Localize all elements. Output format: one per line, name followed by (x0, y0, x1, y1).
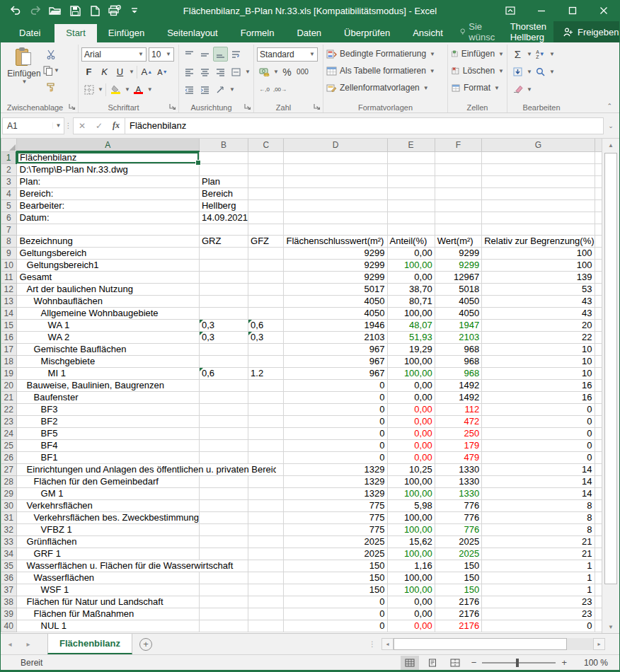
shrink-font-button[interactable]: A▼ (155, 64, 170, 79)
cell-E10[interactable]: 100,00 (387, 260, 435, 272)
cell-E19[interactable]: 100,00 (387, 368, 435, 380)
open-button[interactable] (46, 1, 64, 20)
normal-view-button[interactable] (401, 656, 419, 670)
tell-me-box[interactable]: Sie wünsc (454, 21, 503, 42)
fill-color-caret[interactable]: ▼ (125, 86, 130, 93)
cell-A12[interactable]: Art der baulichen Nutzung (16, 284, 199, 296)
row-header-3[interactable]: 3 (1, 176, 17, 188)
cell-E33[interactable]: 15,62 (387, 536, 435, 548)
row-header-9[interactable]: 9 (1, 248, 17, 260)
cell-C21[interactable] (248, 392, 284, 404)
copy-button[interactable]: ▼ (43, 63, 59, 78)
cell-G21[interactable]: 16 (482, 392, 595, 404)
cell-C32[interactable] (248, 524, 284, 536)
cell-G4[interactable] (482, 188, 595, 200)
cell-F37[interactable]: 150 (435, 584, 482, 596)
cell-B38[interactable] (199, 596, 248, 608)
row-header-17[interactable]: 17 (1, 344, 17, 356)
row-header-33[interactable]: 33 (1, 536, 17, 548)
cell-C16[interactable]: 0,3 (248, 332, 284, 344)
cell-D39[interactable]: 0 (284, 608, 387, 620)
minimize-button[interactable] (526, 0, 557, 21)
cell-D35[interactable]: 150 (284, 560, 387, 572)
font-name-select[interactable]: Arial▼ (81, 47, 147, 62)
cell-B25[interactable] (199, 440, 248, 452)
cell-B19[interactable]: 0,6 (199, 368, 248, 380)
tab-einfuegen[interactable]: Einfügen (97, 24, 156, 42)
cell-E34[interactable]: 100,00 (387, 548, 435, 560)
cell-C20[interactable] (248, 380, 284, 392)
cell-A14[interactable]: Allgemeine Wohnbaugebiete (16, 308, 199, 320)
row-header-20[interactable]: 20 (1, 380, 17, 392)
accounting-format-caret[interactable]: ▼ (273, 69, 279, 75)
orientation-button[interactable] (213, 82, 228, 97)
cell-C1[interactable] (248, 151, 284, 164)
cell-D12[interactable]: 5017 (284, 284, 387, 296)
scroll-down-icon[interactable]: ▼ (602, 620, 619, 633)
cell-C8[interactable]: GFZ (248, 236, 284, 248)
cell-styles-button[interactable]: Zellenformatvorlagen▼ (326, 79, 444, 96)
cell-F31[interactable]: 776 (435, 512, 482, 524)
cell-D13[interactable]: 4050 (284, 296, 387, 308)
column-header-D[interactable]: D (284, 139, 387, 151)
cell-C26[interactable] (248, 452, 284, 464)
decrease-indent-button[interactable] (182, 82, 197, 97)
cell-D6[interactable] (284, 212, 387, 224)
horizontal-scroll-thumb[interactable] (394, 638, 567, 650)
cell-A29[interactable]: GM 1 (16, 488, 199, 500)
cell-B16[interactable]: 0,3 (199, 332, 248, 344)
cell-G40[interactable]: 0 (482, 620, 595, 632)
cell-B5[interactable]: Hellberg (199, 200, 248, 212)
row-header-37[interactable]: 37 (1, 584, 17, 596)
cell-B3[interactable]: Plan (199, 176, 248, 188)
cell-D20[interactable]: 0 (284, 380, 387, 392)
vertical-scroll-thumb[interactable] (604, 153, 617, 584)
cell-C22[interactable] (248, 404, 284, 416)
cell-B15[interactable]: 0,3 (199, 320, 248, 332)
cell-C37[interactable] (248, 584, 284, 596)
column-header-G[interactable]: G (482, 139, 595, 151)
cell-D24[interactable]: 0 (284, 428, 387, 440)
borders-button[interactable] (81, 82, 96, 97)
align-top-button[interactable] (182, 47, 197, 62)
ribbon-display-options-button[interactable] (495, 0, 526, 21)
cell-E2[interactable] (387, 164, 435, 176)
cell-B28[interactable] (199, 476, 248, 488)
cell-C23[interactable] (248, 416, 284, 428)
accounting-format-button[interactable] (257, 64, 272, 79)
cell-D23[interactable]: 0 (284, 416, 387, 428)
merge-center-button[interactable] (229, 64, 243, 79)
cell-A38[interactable]: Flächen für Natur und Landschaft (16, 596, 199, 608)
cell-F8[interactable]: Wert(m²) (435, 236, 482, 248)
tab-bar-splitter[interactable]: ⋮ (369, 634, 376, 654)
cell-D40[interactable]: 0 (284, 620, 387, 632)
paste-button[interactable]: Einfügen ▼ (5, 45, 43, 94)
cell-E26[interactable]: 0,00 (387, 452, 435, 464)
cell-E17[interactable]: 19,29 (387, 344, 435, 356)
cell-F36[interactable]: 150 (435, 572, 482, 584)
cell-C28[interactable] (248, 476, 284, 488)
cell-D4[interactable] (284, 188, 387, 200)
cell-C29[interactable] (248, 488, 284, 500)
vertical-scrollbar[interactable]: ▲ ▼ (602, 139, 619, 633)
row-header-1[interactable]: 1 (1, 151, 17, 164)
format-painter-button[interactable] (43, 79, 59, 94)
cell-D28[interactable]: 1329 (284, 476, 387, 488)
column-header-B[interactable]: B (199, 139, 248, 151)
save-button[interactable] (66, 1, 84, 20)
find-select-button[interactable] (533, 64, 548, 79)
cell-C24[interactable] (248, 428, 284, 440)
cell-C38[interactable] (248, 596, 284, 608)
cell-F32[interactable]: 776 (435, 524, 482, 536)
sheet-nav-left-icon[interactable]: ◂ (1, 634, 19, 654)
cell-D30[interactable]: 775 (284, 500, 387, 512)
cell-F28[interactable]: 1330 (435, 476, 482, 488)
row-header-16[interactable]: 16 (1, 332, 17, 344)
cell-B23[interactable] (199, 416, 248, 428)
cell-B20[interactable] (199, 380, 248, 392)
cell-D26[interactable]: 0 (284, 452, 387, 464)
cell-D37[interactable]: 150 (284, 584, 387, 596)
cell-A26[interactable]: BF1 (16, 452, 199, 464)
cell-A20[interactable]: Bauweise, Baulinien, Baugrenzen (16, 380, 199, 392)
cell-B32[interactable] (199, 524, 248, 536)
